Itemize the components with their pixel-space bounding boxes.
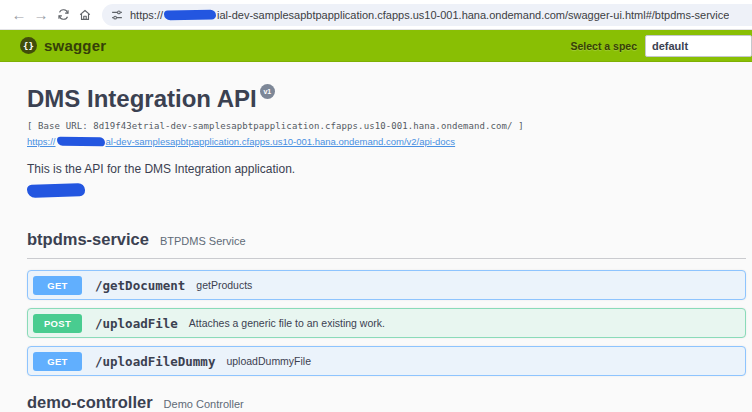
api-docs-link[interactable]: https://al-dev-samplesapbtpapplication.c… bbox=[27, 136, 746, 147]
api-description: This is the API for the DMS Integration … bbox=[27, 162, 746, 176]
endpoint-path: /uploadFile bbox=[95, 316, 178, 331]
home-icon[interactable] bbox=[74, 4, 96, 26]
base-url-text: [ Base URL: 8d19f43etrial-dev-samplesapb… bbox=[27, 121, 746, 131]
back-icon[interactable]: ← bbox=[8, 4, 30, 26]
url-text[interactable]: https://ial-dev-samplesapbtpapplication.… bbox=[130, 9, 729, 21]
endpoint-path: /uploadFileDummy bbox=[95, 354, 215, 369]
swagger-logo-icon: {} bbox=[20, 37, 37, 54]
page-title: DMS Integration API bbox=[27, 85, 257, 112]
redaction-scribble bbox=[56, 137, 104, 147]
swagger-topbar: {} swagger Select a spec default bbox=[0, 30, 752, 62]
swagger-content: DMS Integration APIv1 [ Base URL: 8d19f4… bbox=[0, 62, 752, 412]
operation-row[interactable]: POST /uploadFile Attaches a generic file… bbox=[27, 308, 746, 338]
spec-select-dropdown[interactable]: default bbox=[645, 35, 752, 57]
endpoint-summary: uploadDummyFile bbox=[226, 355, 311, 367]
endpoint-summary: Attaches a generic file to an existing w… bbox=[189, 317, 385, 329]
tag-name: btpdms-service bbox=[27, 230, 149, 249]
redaction-scribble bbox=[27, 183, 85, 198]
address-bar[interactable]: https://ial-dev-samplesapbtpapplication.… bbox=[102, 4, 752, 26]
tag-description: Demo Controller bbox=[164, 398, 244, 410]
tag-header-btpdms-service[interactable]: btpdms-service BTPDMS Service bbox=[27, 230, 746, 259]
http-method-badge: GET bbox=[33, 276, 82, 295]
tune-icon[interactable] bbox=[111, 9, 123, 21]
select-spec-label: Select a spec bbox=[570, 40, 637, 52]
tag-header-demo-controller[interactable]: demo-controller Demo Controller bbox=[27, 393, 746, 412]
operation-row[interactable]: GET /getDocument getProducts bbox=[27, 270, 746, 300]
tag-name: demo-controller bbox=[27, 393, 153, 412]
redaction-scribble bbox=[164, 9, 216, 20]
http-method-badge: GET bbox=[33, 352, 82, 371]
tag-section-demo-controller: demo-controller Demo Controller bbox=[27, 393, 746, 412]
forward-icon[interactable]: → bbox=[30, 4, 52, 26]
version-badge: v1 bbox=[260, 84, 275, 99]
reload-icon[interactable] bbox=[52, 4, 74, 26]
tag-description: BTPDMS Service bbox=[160, 235, 246, 247]
endpoint-summary: getProducts bbox=[196, 279, 252, 291]
http-method-badge: POST bbox=[33, 314, 82, 333]
operation-row[interactable]: GET /uploadFileDummy uploadDummyFile bbox=[27, 346, 746, 376]
endpoint-path: /getDocument bbox=[95, 278, 185, 293]
tag-section-btpdms-service: btpdms-service BTPDMS Service GET /getDo… bbox=[27, 230, 746, 376]
swagger-logo-text: swagger bbox=[44, 37, 106, 54]
browser-toolbar: ← → https://ial-dev-samplesapbtpapplicat… bbox=[0, 0, 752, 30]
api-title-row: DMS Integration APIv1 bbox=[27, 86, 746, 112]
